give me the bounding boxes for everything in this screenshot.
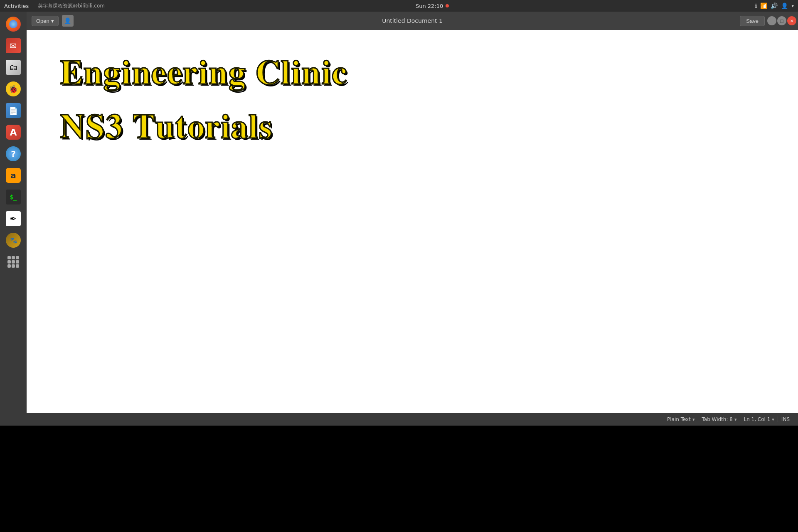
dock-item-terminal[interactable]: $_ <box>3 187 23 207</box>
system-bar: Activities 英字幕课程资源@bilibili.com Sun 22:1… <box>0 0 798 12</box>
system-dropdown-icon[interactable]: ▾ <box>791 3 794 9</box>
dock-item-amazon[interactable]: a <box>3 165 23 185</box>
ins-label: INS <box>778 416 793 422</box>
system-bar-center: Sun 22:10 <box>416 3 449 9</box>
tab-width-label: Tab Width: 8 <box>702 416 732 422</box>
email-icon: ✉ <box>6 38 21 53</box>
dock-item-font-manager[interactable]: A <box>3 122 23 142</box>
help-icon: ? <box>6 146 21 161</box>
bug-tracker-icon: 🐞 <box>6 81 21 96</box>
files-icon: 🗂 <box>6 60 21 75</box>
volume-icon[interactable]: 🔊 <box>771 2 778 9</box>
terminal-icon: $_ <box>6 190 21 204</box>
activities-label[interactable]: Activities <box>0 3 33 9</box>
dock-item-bug-tracker[interactable]: 🐞 <box>3 79 23 99</box>
open-label: Open <box>36 18 49 24</box>
position-dropdown-icon: ▾ <box>772 417 774 422</box>
firefox-icon <box>6 17 21 32</box>
ins-text: INS <box>781 416 790 422</box>
bottom-black-area <box>0 426 798 532</box>
inkscape-icon: ✒ <box>6 211 21 226</box>
tab-width-dropdown-icon: ▾ <box>734 417 737 422</box>
gimp-icon: 🐾 <box>6 233 21 248</box>
recording-dot-icon <box>446 4 449 7</box>
dock-item-firefox[interactable] <box>3 14 23 34</box>
dock-item-gimp[interactable]: 🐾 <box>3 230 23 250</box>
maximize-button[interactable]: □ <box>777 16 786 25</box>
position-selector[interactable]: Ln 1, Col 1 ▾ <box>740 416 778 422</box>
tab-width-selector[interactable]: Tab Width: 8 ▾ <box>698 416 740 422</box>
info-icon: ℹ <box>755 2 757 9</box>
minimize-button[interactable]: ─ <box>767 16 776 25</box>
dock: ✉ 🗂 🐞 📄 A ? a $_ ✒ 🐾 <box>0 12 27 426</box>
document-title: Untitled Document 1 <box>382 17 443 24</box>
clock-label: Sun 22:10 <box>416 3 443 9</box>
position-label: Ln 1, Col 1 <box>744 416 770 422</box>
amazon-icon: a <box>6 168 21 183</box>
documents-icon: 📄 <box>6 103 21 118</box>
editor-content[interactable]: Engineering Clinic NS3 Tutorials <box>27 30 798 426</box>
dock-item-inkscape[interactable]: ✒ <box>3 209 23 229</box>
system-bar-right: ℹ 📶 🔊 👤 ▾ <box>755 2 798 9</box>
app-title-bar-label: 英字幕课程资源@bilibili.com <box>33 2 110 10</box>
editor-line-1[interactable]: Engineering Clinic <box>60 55 765 92</box>
close-button[interactable]: ✕ <box>787 16 796 25</box>
open-dropdown-icon: ▾ <box>51 18 54 24</box>
user-icon[interactable]: 👤 <box>781 2 788 9</box>
dock-item-help[interactable]: ? <box>3 144 23 164</box>
dock-item-email[interactable]: ✉ <box>3 36 23 56</box>
dock-item-documents[interactable]: 📄 <box>3 101 23 121</box>
window-controls: ─ □ ✕ <box>767 16 798 25</box>
dock-item-files[interactable]: 🗂 <box>3 57 23 77</box>
editor-line-2[interactable]: NS3 Tutorials <box>60 109 765 146</box>
status-bar: Plain Text ▾ Tab Width: 8 ▾ Ln 1, Col 1 … <box>27 413 798 426</box>
plain-text-dropdown-icon: ▾ <box>692 417 695 422</box>
editor-area[interactable]: Engineering Clinic NS3 Tutorials <box>27 30 798 426</box>
app-toolbar: Open ▾ 👤 Untitled Document 1 Save ≡ ─ □ … <box>27 12 798 30</box>
font-manager-icon: A <box>6 125 21 140</box>
save-button[interactable]: Save <box>740 16 765 26</box>
dock-item-app-grid[interactable] <box>3 252 23 272</box>
open-button[interactable]: Open ▾ <box>32 16 59 26</box>
app-grid-icon <box>6 254 21 269</box>
plain-text-selector[interactable]: Plain Text ▾ <box>664 416 698 422</box>
contact-search-icon[interactable]: 👤 <box>62 15 74 27</box>
plain-text-label: Plain Text <box>667 416 691 422</box>
network-icon[interactable]: 📶 <box>760 2 767 9</box>
system-bar-left: Activities 英字幕课程资源@bilibili.com <box>0 2 110 10</box>
